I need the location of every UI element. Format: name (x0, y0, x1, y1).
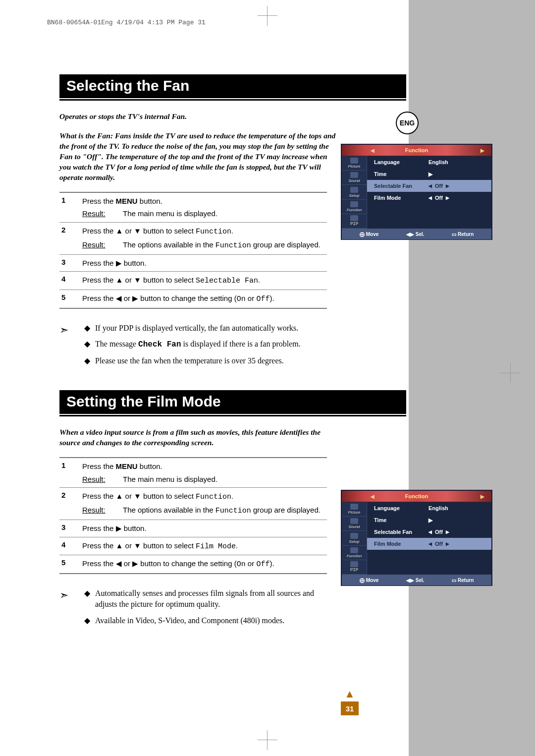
step-number: 5 (59, 558, 82, 570)
step-number: 3 (59, 523, 82, 534)
step-number: 2 (59, 491, 82, 517)
notes-fan: ➣ ◆If your PDP is displayed vertically, … (59, 323, 337, 371)
note-bullet-icon: ◆ (84, 339, 95, 350)
result-text: The main menu is displayed. (123, 474, 217, 485)
section-title-fan: Selecting the Fan (59, 74, 406, 98)
result-label: Result: (82, 505, 123, 517)
note-text: The message Check Fan is displayed if th… (95, 339, 337, 350)
right-margin-block (409, 0, 535, 756)
result-text: The options available in the Function gr… (123, 239, 321, 251)
note-text: Automatically senses and processes film … (95, 588, 337, 610)
section-title-film: Setting the Film Mode (59, 390, 406, 414)
intro-fan-2: What is the Fan: Fans inside the TV are … (59, 131, 337, 183)
note-item: ◆Please use the fan when the temperature… (84, 355, 337, 366)
notes-film: ➣ ◆Automatically senses and processes fi… (59, 588, 337, 631)
note-item: ◆Available in Video, S-Video, and Compon… (84, 615, 337, 626)
note-arrow-icon: ➣ (59, 588, 84, 631)
note-bullet-icon: ◆ (84, 323, 95, 334)
note-arrow-icon: ➣ (59, 323, 84, 371)
step-number: 2 (59, 226, 82, 251)
page-number: 31 (341, 701, 359, 715)
step-number: 4 (59, 540, 82, 552)
note-bullet-icon: ◆ (84, 615, 95, 626)
step-number: 1 (59, 461, 82, 485)
step-text: Press the ▲ or ▼ button to select Functi… (82, 226, 327, 251)
result-label: Result: (82, 474, 123, 485)
step-row: 5Press the ◀ or ▶ button to change the s… (59, 290, 327, 309)
crop-mark-top (263, 11, 272, 21)
step-text: Press the ▲ or ▼ button to select Select… (82, 275, 327, 287)
step-row: 3Press the ▶ button. (59, 520, 327, 537)
section-underline (59, 99, 406, 101)
intro-fan-1: Operates or stops the TV's internal Fan. (59, 112, 337, 122)
result-label: Result: (82, 239, 123, 251)
result-text: The main menu is displayed. (123, 208, 217, 219)
page-corner-arrow-icon: ▲ (344, 688, 355, 700)
result-label: Result: (82, 208, 123, 219)
step-text: Press the ▲ or ▼ button to select Functi… (82, 491, 327, 517)
note-text: Available in Video, S-Video, and Compone… (95, 615, 337, 626)
section-underline (59, 415, 406, 416)
document-header-info: BN68-00654A-01Eng 4/19/04 4:13 PM Page 3… (47, 19, 206, 26)
step-text: Press the MENU button.Result:The main me… (82, 461, 327, 485)
step-row: 2Press the ▲ or ▼ button to select Funct… (59, 488, 327, 520)
step-text: Press the ▶ button. (82, 258, 327, 269)
step-text: Press the ▶ button. (82, 523, 327, 534)
step-text: Press the ◀ or ▶ button to change the se… (82, 293, 327, 305)
step-row: 4Press the ▲ or ▼ button to select Selec… (59, 272, 327, 290)
crop-mark-bottom (263, 735, 272, 745)
note-bullet-icon: ◆ (84, 355, 95, 366)
note-text: If your PDP is displayed vertically, the… (95, 323, 337, 334)
step-row: 3Press the ▶ button. (59, 255, 327, 272)
step-row: 4Press the ▲ or ▼ button to select Film … (59, 537, 327, 556)
step-number: 4 (59, 275, 82, 287)
step-text: Press the MENU button.Result:The main me… (82, 196, 327, 220)
steps-fan: 1Press the MENU button.Result:The main m… (59, 192, 327, 309)
result-text: The options available in the Function gr… (123, 505, 321, 517)
step-number: 1 (59, 196, 82, 220)
step-row: 1Press the MENU button.Result:The main m… (59, 458, 327, 488)
note-bullet-icon: ◆ (84, 588, 95, 610)
note-item: ◆If your PDP is displayed vertically, th… (84, 323, 337, 334)
step-text: Press the ▲ or ▼ button to select Film M… (82, 540, 327, 552)
intro-film: When a video input source is from a film… (59, 427, 337, 448)
step-row: 1Press the MENU button.Result:The main m… (59, 193, 327, 223)
steps-film: 1Press the MENU button.Result:The main m… (59, 457, 327, 574)
step-text: Press the ◀ or ▶ button to change the se… (82, 558, 327, 570)
step-row: 5Press the ◀ or ▶ button to change the s… (59, 555, 327, 574)
note-item: ◆Automatically senses and processes film… (84, 588, 337, 610)
note-item: ◆The message Check Fan is displayed if t… (84, 339, 337, 350)
step-number: 3 (59, 258, 82, 269)
step-number: 5 (59, 293, 82, 305)
step-row: 2Press the ▲ or ▼ button to select Funct… (59, 223, 327, 255)
note-text: Please use the fan when the temperature … (95, 355, 337, 366)
